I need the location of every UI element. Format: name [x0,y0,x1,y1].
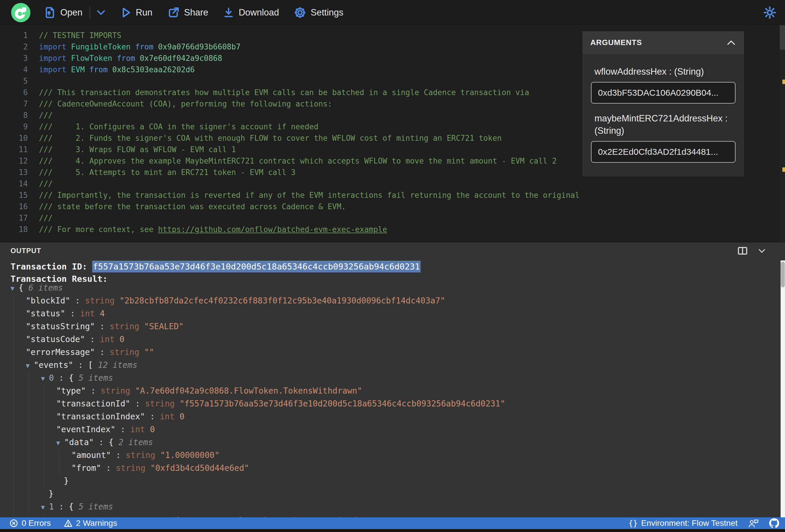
json-row: ▼0 : { 5 items [0,372,773,384]
json-token: "SEALED" [144,322,184,331]
json-row: "blockId" : string "2b28cbfb87da2cfec4f0… [0,295,773,307]
share-label: Share [184,7,208,18]
indent-guide [29,423,29,436]
environment-indicator[interactable]: {} Environment: Flow Testnet [628,518,738,528]
json-token: : [101,463,116,473]
indent-guide [14,397,14,410]
json-row: ▼{ 6 items [0,281,773,295]
indent-guide [14,475,14,487]
json-token: } [49,489,54,499]
code-line: 15/// Importantly, the transaction is re… [0,189,785,201]
code-token: /// 2. Funds the signer's COA with enoug… [39,134,502,143]
split-panel-icon[interactable] [738,246,748,255]
code-token: import [39,54,71,62]
indent-guide [29,449,29,462]
indent-guide [29,487,29,500]
code-token: /// 4. Approves the example MaybeMintERC… [39,156,557,165]
code-token: 0x9a0766d93b6608b7 [158,43,240,51]
transaction-id-value: f557a1573b76aa53e73d46f3e10d200d5c18a653… [92,261,420,273]
output-scrollbar[interactable] [781,260,785,518]
code-token: /// [39,213,53,222]
download-button[interactable]: Download [223,7,279,19]
warnings-indicator[interactable]: 2 Warnings [64,518,117,528]
code-token: from [117,54,140,62]
line-number: 8 [0,110,28,121]
json-row: "amount" : string "1.00000000" [0,449,773,462]
json-row: "transactionId" : string "f557a1573b76aa… [0,397,773,410]
collapse-arrow[interactable]: ▼ [10,285,14,292]
code-link[interactable]: https://github.com/onflow/batched-evm-ex… [158,225,387,234]
json-token: : [65,309,80,319]
indent-guide [44,462,44,475]
output-scrollbar-thumb[interactable] [781,262,785,287]
indent-guide [14,320,14,333]
editor-scrollbar-thumb[interactable] [780,25,785,50]
json-token: { [19,283,28,293]
indent-guide [14,372,14,384]
editor-scrollbar[interactable] [780,25,785,242]
transaction-id-label: Transaction ID: [10,262,92,272]
indent-guide [59,449,59,462]
code-token: from [135,43,158,51]
output-header: OUTPUT [0,242,785,259]
errors-indicator[interactable]: 0 Errors [9,518,51,528]
github-icon[interactable] [769,518,779,528]
json-token: "1.00000000" [160,450,219,460]
json-token: { [69,373,79,383]
arguments-body: wflowAddressHex : (String) maybeMintERC7… [583,54,744,176]
feedback-person-icon[interactable] [748,518,759,528]
indent-guide [44,423,44,436]
line-number: 2 [0,41,28,53]
code-token: from [89,65,112,74]
collapse-arrow[interactable]: ▼ [41,375,45,382]
chevron-up-icon[interactable] [726,40,736,46]
json-row: "errorMessage" : string "" [0,346,773,359]
json-token: : [85,334,100,344]
json-token: : [95,322,110,331]
code-token: FungibleToken [71,43,135,51]
json-row: "type" : string "A.7e60df042a9c0868.Flow… [0,384,773,397]
collapse-arrow[interactable]: ▼ [41,504,45,511]
line-number: 18 [0,224,28,235]
json-row: } [0,487,773,500]
braces-icon: {} [628,519,637,528]
settings-button[interactable]: Settings [294,7,343,19]
json-token: 2 items [119,437,153,447]
json-token: string [85,296,120,305]
code-token: /// Importantly, the transaction is reve… [39,191,580,200]
open-button[interactable]: Open [45,7,82,19]
share-button[interactable]: Share [168,7,208,19]
collapse-output-chevron-icon[interactable] [758,248,766,254]
open-label: Open [60,7,82,18]
json-token: "blockId" [26,296,70,305]
code-token: // TESTNET IMPORTS [39,31,122,40]
run-button[interactable]: Run [121,7,152,18]
errors-count: 0 Errors [22,518,51,528]
argument-label: maybeMintERC721AddressHex : (String) [594,112,736,137]
theme-toggle-button[interactable] [763,6,776,19]
json-token: int [160,412,179,422]
warning-marker [782,80,785,84]
arguments-header[interactable]: ARGUMENTS [583,32,744,54]
download-icon [223,7,234,19]
argument-input-maybeMintERC721AddressHex[interactable] [591,141,736,163]
json-row: "eventIndex" : int 0 [0,423,773,436]
line-number: 1 [0,30,28,41]
collapse-arrow[interactable]: ▼ [26,362,30,369]
json-row: ▼"events" : [ 12 items [0,359,773,372]
indent-guide [14,462,14,475]
indent-guide [14,333,14,346]
json-token: "transactionId" [56,399,130,408]
indent-guide [29,462,29,475]
json-token: : [115,425,130,434]
json-row: "statusCode" : int 0 [0,333,773,346]
collapse-arrow[interactable]: ▼ [56,439,60,447]
json-token: string [116,463,150,473]
open-file-icon [45,7,56,19]
code-token: import [39,65,71,74]
open-dropdown-button[interactable] [96,9,106,16]
argument-input-wflowAddressHex[interactable] [591,82,736,104]
json-token: "A.7e60df042a9c0868.FlowToken.TokensWith… [135,386,362,396]
json-token: 0 [150,425,155,434]
json-token: [ [88,360,98,370]
